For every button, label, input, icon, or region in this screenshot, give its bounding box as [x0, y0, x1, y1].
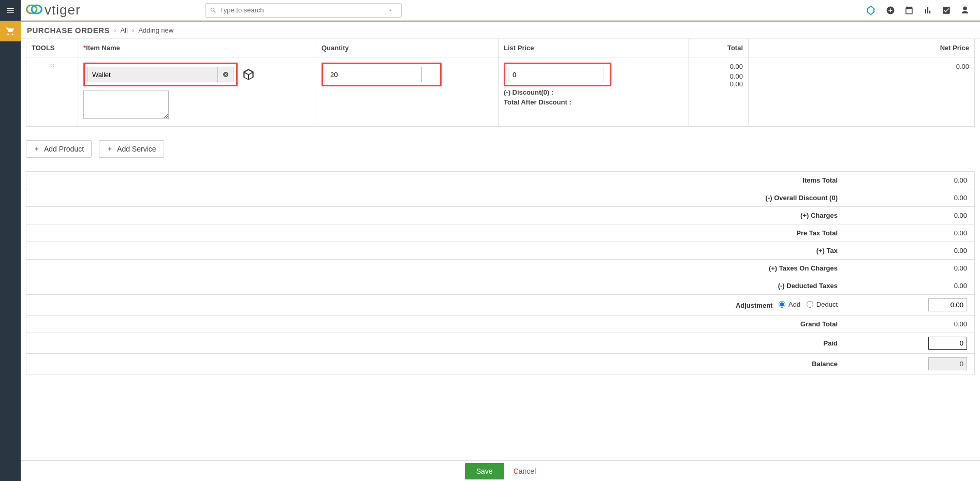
adjustment-label-block: Adjustment Add Deduct	[26, 297, 845, 313]
breadcrumb-module[interactable]: PURCHASE ORDERS	[27, 26, 110, 35]
col-list-price: List Price	[499, 39, 689, 57]
balance-label: Balance	[26, 356, 845, 371]
overall-discount-value: 0.00	[845, 190, 974, 205]
plus-icon	[34, 146, 40, 152]
item-description-input[interactable]	[83, 91, 169, 119]
overall-discount-label[interactable]: (-) Overall Discount (0)	[26, 190, 845, 205]
add-product-button[interactable]: Add Product	[26, 140, 92, 158]
logo-icon	[26, 2, 42, 18]
charges-value: 0.00	[845, 208, 974, 223]
pre-tax-total-label: Pre Tax Total	[26, 226, 845, 240]
item-name-highlight	[83, 63, 238, 86]
sidebar	[0, 21, 21, 411]
grand-total-value: 0.00	[845, 317, 974, 332]
item-name-clear[interactable]	[218, 67, 233, 82]
pre-tax-total-value: 0.00	[845, 226, 974, 240]
col-quantity: Quantity	[316, 39, 499, 57]
svg-point-5	[53, 64, 54, 65]
user-icon[interactable]	[960, 6, 970, 15]
col-tools: TOOLS	[26, 39, 78, 57]
menu-toggle[interactable]	[0, 0, 21, 21]
col-net-price: Net Price	[749, 39, 974, 57]
drag-icon	[49, 63, 56, 70]
check-box-icon[interactable]	[942, 6, 951, 15]
sidebar-item-inventory[interactable]	[0, 21, 21, 41]
global-search[interactable]	[205, 3, 402, 18]
grand-total-label: Grand Total	[26, 317, 845, 332]
taxes-on-charges-label[interactable]: (+) Taxes On Charges	[26, 261, 845, 276]
totals-row-deducted-taxes: (-) Deducted Taxes 0.00	[26, 277, 974, 295]
adjustment-deduct-label: Deduct	[816, 300, 838, 308]
top-header: vtiger	[0, 0, 980, 21]
cell-quantity	[316, 57, 499, 126]
product-lookup-icon[interactable]	[242, 68, 255, 81]
breadcrumb-separator: ›	[114, 26, 116, 34]
cell-item-name	[78, 57, 316, 126]
bar-chart-icon[interactable]	[923, 6, 932, 15]
adjustment-add-radio[interactable]	[779, 301, 785, 308]
close-circle-icon	[223, 71, 229, 78]
paid-label: Paid	[26, 336, 845, 351]
paid-input[interactable]	[928, 337, 967, 350]
adjustment-add-label: Add	[788, 300, 800, 308]
deducted-taxes-label[interactable]: (-) Deducted Taxes	[26, 278, 845, 293]
quantity-input[interactable]	[326, 67, 422, 82]
list-price-input[interactable]	[508, 67, 604, 82]
totals-table: Items Total 0.00 (-) Overall Discount (0…	[26, 171, 975, 374]
plus-circle-icon[interactable]	[886, 6, 895, 15]
discount-label[interactable]: (-) Discount(0) :	[504, 88, 683, 96]
caret-down-icon[interactable]	[387, 7, 394, 14]
logo-text: vtiger	[45, 2, 81, 18]
add-product-label: Add Product	[44, 145, 84, 153]
row-after-discount-value: 0.00	[694, 80, 743, 88]
col-item-name: *Item Name	[78, 39, 316, 57]
svg-point-2	[50, 64, 51, 65]
totals-row-pre-tax-total: Pre Tax Total 0.00	[26, 224, 974, 242]
add-service-button[interactable]: Add Service	[99, 140, 164, 158]
cell-list-price: (-) Discount(0) : Total After Discount :	[499, 57, 689, 126]
svg-point-7	[53, 68, 54, 69]
search-icon	[210, 7, 217, 14]
search-input[interactable]	[220, 6, 387, 14]
calendar-icon[interactable]	[904, 6, 914, 15]
extension-icon[interactable]	[865, 5, 876, 16]
adjustment-input[interactable]	[928, 298, 967, 311]
hamburger-icon	[6, 6, 15, 15]
plus-icon	[107, 146, 113, 152]
logo[interactable]: vtiger	[26, 2, 81, 18]
totals-row-overall-discount: (-) Overall Discount (0) 0.00	[26, 189, 974, 207]
breadcrumb-separator: ›	[132, 26, 134, 34]
col-item-name-label: Item Name	[86, 44, 120, 52]
totals-row-tax: (+) Tax 0.00	[26, 242, 974, 260]
col-total: Total	[689, 39, 749, 57]
adjustment-label: Adjustment	[736, 302, 773, 309]
svg-point-4	[50, 68, 51, 69]
cart-icon	[5, 26, 16, 36]
balance-input	[928, 357, 967, 370]
line-item-row: (-) Discount(0) : Total After Discount :…	[26, 57, 974, 126]
totals-row-grand-total: Grand Total 0.00	[26, 315, 974, 333]
row-drag-handle[interactable]	[26, 57, 78, 126]
quantity-highlight	[321, 63, 442, 86]
item-name-input[interactable]	[87, 67, 218, 82]
breadcrumb-all[interactable]: All	[120, 26, 127, 34]
add-buttons: Add Product Add Service	[21, 127, 980, 166]
totals-row-items-total: Items Total 0.00	[26, 172, 974, 189]
cell-total: 0.00 0.00 0.00	[689, 57, 749, 126]
row-total: 0.00	[694, 63, 743, 70]
totals-row-paid: Paid	[26, 333, 974, 354]
row-net-price: 0.00	[754, 63, 969, 70]
cell-net-price: 0.00	[749, 57, 974, 126]
totals-row-balance: Balance	[26, 354, 974, 374]
total-after-discount-label: Total After Discount :	[504, 98, 683, 106]
items-total-value: 0.00	[845, 173, 974, 188]
svg-point-3	[50, 66, 51, 67]
main-content: TOOLS *Item Name Quantity List Price Tot…	[21, 39, 980, 411]
tax-label[interactable]: (+) Tax	[26, 243, 845, 258]
charges-label[interactable]: (+) Charges	[26, 208, 845, 223]
deducted-taxes-value: 0.00	[845, 278, 974, 293]
svg-point-6	[53, 66, 54, 67]
adjustment-deduct-radio[interactable]	[807, 301, 813, 308]
tax-value: 0.00	[845, 243, 974, 258]
list-price-highlight	[504, 63, 611, 86]
